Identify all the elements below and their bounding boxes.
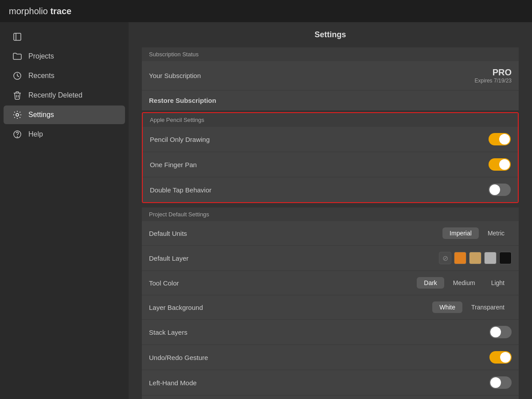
one-finger-pan-row: One Finger Pan [143, 152, 518, 177]
project-defaults-section-header: Project Default Settings [142, 207, 519, 221]
svg-point-7 [17, 137, 18, 137]
sidebar-item-recently-deleted-label: Recently Deleted [28, 91, 82, 99]
default-layer-row: Default Layer ⊘ [142, 246, 519, 271]
sidebar-item-settings-label: Settings [28, 111, 54, 119]
settings-container: Subscription Status Your Subscription PR… [129, 47, 532, 399]
layer-background-row: Layer Background White Transparent [142, 295, 519, 320]
toggle-thumb-2 [499, 159, 510, 170]
toggle-thumb-3 [489, 184, 500, 195]
dark-button[interactable]: Dark [417, 277, 444, 289]
zoom-rotation-lock-row: Zoom Rotation Lock [142, 395, 519, 399]
app-title: morpholio trace [9, 6, 71, 16]
left-hand-mode-label: Left-Hand Mode [149, 379, 197, 387]
sidebar-item-projects-label: Projects [28, 52, 54, 60]
apple-pencil-section-header: Apple Pencil Settings [143, 113, 518, 127]
toggle-thumb-5 [500, 352, 511, 363]
pencil-only-drawing-row: Pencil Only Drawing [143, 127, 518, 152]
swatch-tan[interactable] [469, 252, 481, 264]
restore-subscription-row[interactable]: Restore Subscription [142, 90, 519, 110]
sidebar-item-settings[interactable]: Settings [4, 106, 125, 124]
default-units-label: Default Units [149, 230, 187, 237]
subscription-pro: PRO [475, 67, 512, 78]
swatch-black[interactable] [499, 252, 512, 264]
your-subscription-label: Your Subscription [149, 72, 201, 79]
gear-icon [12, 110, 22, 120]
undo-redo-toggle[interactable] [489, 351, 512, 364]
svg-point-5 [16, 113, 19, 116]
one-finger-pan-label: One Finger Pan [150, 161, 197, 168]
sidebar-item-recently-deleted[interactable]: Recently Deleted [4, 86, 125, 105]
default-units-row: Default Units Imperial Metric [142, 221, 519, 246]
pencil-only-drawing-label: Pencil Only Drawing [150, 136, 210, 143]
tool-color-group: Dark Medium Light [417, 277, 512, 289]
subscription-expires: Expires 7/19/23 [475, 78, 512, 84]
swatch-orange[interactable] [454, 252, 466, 264]
svg-rect-0 [14, 33, 21, 40]
default-layer-label: Default Layer [149, 254, 188, 262]
sidebar-item-help[interactable]: Help [4, 125, 125, 144]
default-units-group: Imperial Metric [442, 227, 512, 239]
double-tap-behavior-row: Double Tap Behavior [143, 177, 518, 202]
app-title-light: morpholio [9, 6, 50, 16]
toggle-thumb-4 [490, 327, 501, 337]
top-bar: morpholio trace [0, 0, 532, 22]
sidebar-item-projects[interactable]: Projects [4, 47, 125, 66]
trash-icon [12, 90, 22, 100]
clock-icon [12, 71, 22, 81]
tool-color-row: Tool Color Dark Medium Light [142, 271, 519, 295]
medium-button[interactable]: Medium [446, 277, 482, 289]
double-tap-toggle[interactable] [489, 184, 511, 196]
sidebar-item-panel[interactable] [4, 27, 125, 46]
your-subscription-row: Your Subscription PRO Expires 7/19/23 [142, 61, 519, 90]
left-hand-toggle[interactable] [489, 376, 512, 389]
toggle-thumb-6 [490, 377, 501, 388]
pencil-only-drawing-toggle[interactable] [489, 133, 511, 145]
sidebar-item-recents-label: Recents [28, 72, 55, 80]
imperial-button[interactable]: Imperial [442, 227, 479, 239]
stack-layers-row: Stack Layers [142, 320, 519, 345]
settings-title: Settings [129, 22, 532, 46]
help-icon [12, 129, 22, 139]
folder-icon [12, 51, 22, 61]
tool-color-label: Tool Color [149, 279, 179, 287]
default-layer-swatches: ⊘ [439, 252, 512, 264]
stack-layers-label: Stack Layers [149, 329, 188, 336]
toggle-thumb [499, 134, 510, 145]
undo-redo-row: Undo/Redo Gesture [142, 345, 519, 370]
sidebar-item-recents[interactable]: Recents [4, 66, 125, 85]
subscription-section-header: Subscription Status [142, 47, 519, 61]
content-area: Settings Subscription Status Your Subscr… [129, 22, 532, 399]
stack-layers-toggle[interactable] [489, 326, 512, 338]
sidebar-item-help-label: Help [28, 130, 43, 138]
one-finger-pan-toggle[interactable] [489, 158, 511, 171]
undo-redo-label: Undo/Redo Gesture [149, 354, 208, 361]
swatch-light-gray[interactable] [484, 252, 497, 264]
subscription-value: PRO Expires 7/19/23 [475, 67, 512, 84]
panel-icon [12, 32, 22, 42]
transparent-button[interactable]: Transparent [464, 301, 512, 313]
metric-button[interactable]: Metric [481, 227, 512, 239]
apple-pencil-section: Apple Pencil Settings Pencil Only Drawin… [142, 112, 519, 203]
light-button[interactable]: Light [484, 277, 512, 289]
main-layout: Projects Recents Recently [0, 22, 532, 399]
sidebar: Projects Recents Recently [0, 22, 129, 399]
swatch-slash[interactable]: ⊘ [439, 252, 451, 264]
left-hand-mode-row: Left-Hand Mode [142, 370, 519, 395]
app-title-bold: trace [50, 6, 71, 16]
double-tap-behavior-label: Double Tap Behavior [150, 186, 211, 194]
white-button[interactable]: White [432, 301, 462, 313]
layer-background-group: White Transparent [432, 301, 512, 313]
layer-background-label: Layer Background [149, 304, 203, 311]
